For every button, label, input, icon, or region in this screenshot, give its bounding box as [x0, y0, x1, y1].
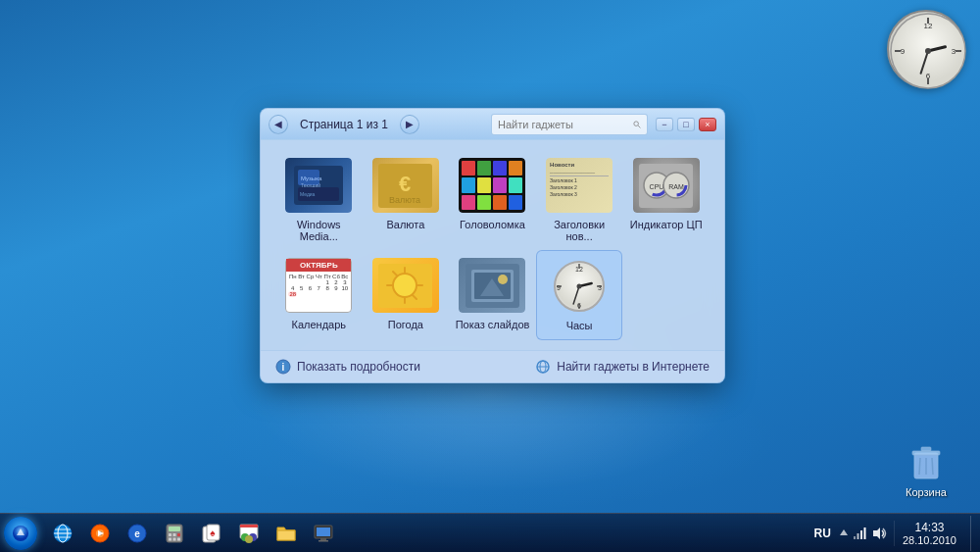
find-online-button[interactable]: Найти гаджеты в Интернете — [535, 359, 710, 375]
gadget-item-windows-media[interactable]: Музыка Текущий Медиа Windows Media... — [275, 150, 363, 250]
minimize-button[interactable]: − — [656, 118, 673, 131]
search-box — [491, 114, 648, 135]
close-button[interactable]: × — [699, 118, 716, 131]
taskbar-monitor-icon[interactable] — [306, 516, 341, 551]
systray: RU — [810, 527, 888, 540]
gadget-item-puzzle[interactable]: Головоломка — [449, 150, 536, 250]
gadget-label-cpu: Индикатор ЦП — [630, 219, 703, 230]
svg-text:i: i — [282, 362, 285, 373]
svg-rect-85 — [173, 537, 176, 540]
svg-rect-95 — [277, 530, 295, 540]
taskbar-mediaplayer-icon[interactable] — [82, 516, 118, 551]
nav-prev-button[interactable]: ◀ — [269, 115, 288, 134]
svg-rect-102 — [857, 533, 858, 539]
gadget-label-slideshow: Показ слайдов — [456, 319, 530, 330]
gadget-footer: i Показать подробности Найти гаджеты в И… — [261, 350, 724, 382]
taskbar-icons: e ♠ — [41, 516, 345, 551]
gadget-label-headlines: Заголовки нов... — [540, 219, 618, 242]
online-icon — [535, 359, 551, 375]
show-details-label: Показать подробности — [297, 360, 420, 374]
taskbar-calculator-icon[interactable] — [157, 516, 192, 551]
gadget-thumb-currency: € Валюта — [372, 158, 439, 213]
gadget-item-slideshow[interactable]: Показ слайдов — [449, 250, 536, 340]
page-label: Страница 1 из 1 — [300, 118, 388, 131]
search-icon — [633, 118, 641, 131]
svg-text:Музыка: Музыка — [301, 176, 322, 181]
start-orb — [4, 517, 37, 550]
gadget-thumb-puzzle — [459, 158, 525, 213]
svg-rect-14 — [921, 447, 931, 451]
search-input[interactable] — [498, 119, 633, 130]
gadget-grid: Музыка Текущий Медиа Windows Media... € … — [261, 140, 724, 350]
svg-rect-80 — [169, 527, 180, 531]
find-online-label: Найти гаджеты в Интернете — [557, 360, 710, 374]
show-details-button[interactable]: i Показать подробности — [275, 359, 420, 375]
gadget-item-currency[interactable]: € Валюта Валюта — [363, 150, 450, 250]
gadget-thumb-calendar: ОКТЯБРЬ ПнВтСрЧтПтСбВс 123 45678910 28 — [285, 258, 352, 313]
svg-text:e: e — [134, 528, 140, 539]
recycle-bin-label: Корзина — [906, 486, 947, 498]
gadget-thumb-slideshow — [459, 258, 525, 313]
gadget-titlebar: ◀ Страница 1 из 1 ▶ − □ × — [261, 109, 724, 140]
gadget-thumb-cpu: CPU RAM — [633, 158, 700, 213]
svg-point-57 — [577, 284, 582, 289]
gadget-item-cpu[interactable]: CPU RAM Индикатор ЦП — [622, 150, 710, 250]
start-button[interactable] — [0, 514, 41, 553]
svg-text:6: 6 — [926, 72, 931, 80]
gadget-thumb-headlines: Новости ───────────── Заголовок 1 Заголо… — [546, 158, 612, 213]
svg-text:♠: ♠ — [210, 527, 216, 538]
svg-rect-91 — [240, 525, 258, 527]
nav-next-button[interactable]: ▶ — [400, 115, 419, 134]
gadget-label-windows-media: Windows Media... — [279, 219, 358, 242]
analog-clock-widget: 12 3 6 9 — [887, 10, 965, 88]
svg-rect-83 — [177, 533, 180, 536]
svg-point-37 — [393, 274, 416, 297]
clock-time: 14:33 — [914, 521, 944, 534]
svg-rect-99 — [318, 540, 328, 542]
svg-rect-98 — [320, 538, 326, 540]
systray-expand-icon[interactable] — [839, 527, 849, 539]
gadget-label-clock: Часы — [566, 320, 593, 331]
svg-text:12: 12 — [575, 266, 583, 273]
recycle-bin-icon[interactable]: Корзина — [892, 435, 960, 498]
taskbar-ie-icon[interactable] — [45, 516, 80, 551]
svg-text:3: 3 — [952, 47, 956, 56]
taskbar: e ♠ — [0, 513, 980, 552]
svg-marker-100 — [840, 529, 848, 535]
svg-rect-81 — [169, 533, 172, 536]
speaker-icon[interactable] — [872, 527, 888, 540]
show-desktop-button[interactable] — [970, 516, 976, 551]
recycle-bin-image — [903, 435, 950, 482]
svg-line-19 — [638, 125, 640, 127]
svg-rect-86 — [177, 537, 180, 540]
svg-marker-105 — [873, 527, 880, 539]
svg-rect-103 — [860, 530, 862, 539]
gadget-thumb-windows-media: Музыка Текущий Медиа — [285, 158, 352, 213]
gadget-thumb-weather — [372, 258, 439, 313]
taskbar-ie2-icon[interactable]: e — [120, 516, 155, 551]
taskbar-cards-icon[interactable]: ♠ — [194, 516, 229, 551]
svg-point-94 — [245, 535, 253, 543]
svg-text:9: 9 — [557, 284, 561, 291]
maximize-button[interactable]: □ — [677, 118, 695, 131]
gadget-thumb-clock: 12 3 6 9 — [546, 259, 612, 314]
clock-date: 28.10.2010 — [903, 534, 956, 546]
gadget-item-weather[interactable]: Погода — [363, 250, 450, 340]
clock-area[interactable]: 14:33 28.10.2010 — [894, 521, 962, 546]
svg-point-11 — [925, 48, 931, 54]
network-icon — [853, 527, 868, 540]
taskbar-folder-icon[interactable] — [269, 516, 304, 551]
gadget-label-currency: Валюта — [386, 219, 424, 230]
svg-text:9: 9 — [901, 47, 906, 56]
svg-text:€: € — [399, 172, 411, 196]
gadget-label-weather: Погода — [388, 319, 423, 330]
gadget-item-headlines[interactable]: Новости ───────────── Заголовок 1 Заголо… — [536, 150, 623, 250]
svg-rect-104 — [863, 527, 865, 539]
gadget-item-calendar[interactable]: ОКТЯБРЬ ПнВтСрЧтПтСбВс 123 45678910 28 К… — [275, 250, 363, 340]
svg-rect-97 — [317, 527, 330, 536]
window-controls: − □ × — [656, 118, 716, 131]
lang-indicator: RU — [810, 527, 835, 540]
taskbar-paint-icon[interactable] — [231, 516, 267, 551]
svg-rect-84 — [169, 537, 172, 540]
gadget-item-clock[interactable]: 12 3 6 9 Часы — [536, 250, 623, 340]
